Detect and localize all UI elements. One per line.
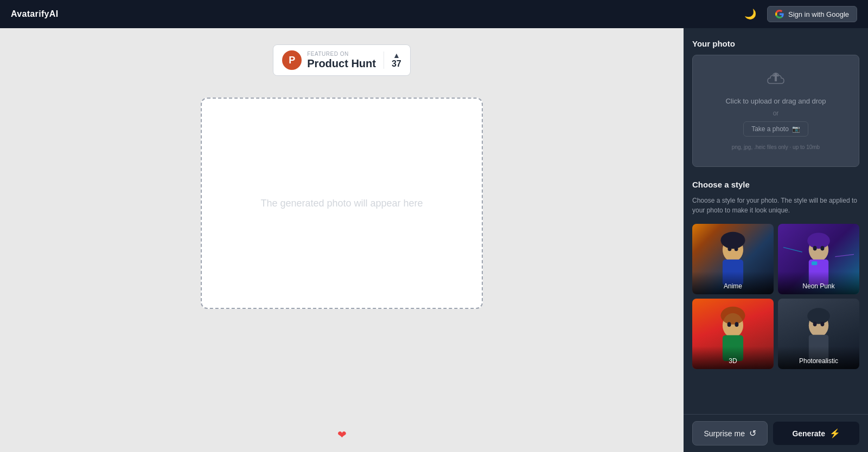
ph-votes: ▲ 37 bbox=[384, 51, 401, 69]
ph-featured-on: FEATURED ON bbox=[307, 51, 376, 57]
ph-arrow-icon: ▲ bbox=[393, 51, 400, 59]
style-item-neon-punk[interactable]: Neon Punk bbox=[778, 224, 859, 294]
svg-line-11 bbox=[783, 247, 802, 252]
generate-icon: ⚡ bbox=[829, 428, 840, 438]
preview-area: The generated photo will appear here bbox=[201, 98, 483, 309]
google-signin-button[interactable]: Sign in with Google bbox=[767, 6, 857, 22]
svg-point-17 bbox=[735, 322, 738, 327]
take-photo-label: Take a photo bbox=[751, 125, 789, 133]
sidebar-scrollable: Your photo Click to upload or drag and d… bbox=[684, 28, 868, 414]
svg-point-9 bbox=[813, 246, 817, 251]
your-photo-title: Your photo bbox=[692, 39, 859, 48]
style-item-3d[interactable]: 3D bbox=[692, 299, 774, 369]
heart-icon: ❤ bbox=[337, 428, 347, 441]
style-item-photorealistic[interactable]: Photorealistic bbox=[778, 299, 859, 369]
style-anime-label: Anime bbox=[692, 272, 774, 294]
surprise-me-label: Surprise me bbox=[704, 429, 744, 438]
svg-point-20 bbox=[807, 308, 830, 324]
svg-point-7 bbox=[807, 233, 830, 248]
svg-point-21 bbox=[813, 321, 817, 326]
style-neon-punk-label: Neon Punk bbox=[778, 272, 859, 294]
center-content: P FEATURED ON Product Hunt ▲ 37 The gene… bbox=[0, 28, 684, 452]
style-photorealistic-label: Photorealistic bbox=[778, 346, 859, 369]
svg-point-15 bbox=[720, 307, 745, 325]
main-layout: P FEATURED ON Product Hunt ▲ 37 The gene… bbox=[0, 28, 868, 452]
app-logo: AvatarifyAI bbox=[11, 9, 58, 19]
generate-button[interactable]: Generate ⚡ bbox=[773, 422, 859, 445]
header: AvatarifyAI 🌙 Sign in with Google bbox=[0, 0, 868, 28]
your-photo-section: Your photo Click to upload or drag and d… bbox=[692, 39, 859, 167]
style-3d-label: 3D bbox=[692, 346, 774, 369]
ph-logo-icon: P bbox=[282, 50, 302, 70]
upload-hint: png, jpg, .heic files only · up to 10mb bbox=[732, 144, 820, 150]
upload-or-text: or bbox=[773, 109, 779, 117]
ph-vote-count: 37 bbox=[392, 59, 401, 69]
header-right: 🌙 Sign in with Google bbox=[742, 6, 857, 22]
svg-line-12 bbox=[835, 254, 854, 256]
ph-title: Product Hunt bbox=[307, 57, 376, 70]
generate-label: Generate bbox=[792, 429, 825, 438]
choose-style-section: Choose a style Choose a style for your p… bbox=[692, 180, 859, 369]
google-icon bbox=[775, 10, 784, 18]
svg-point-10 bbox=[820, 246, 824, 251]
svg-point-2 bbox=[720, 232, 745, 249]
choose-style-title: Choose a style bbox=[692, 180, 859, 189]
style-grid: Anime bbox=[692, 224, 859, 369]
svg-point-16 bbox=[727, 322, 731, 327]
product-hunt-badge[interactable]: P FEATURED ON Product Hunt ▲ 37 bbox=[273, 44, 410, 76]
svg-point-3 bbox=[727, 247, 731, 251]
bottom-action-bar: Surprise me ↺ Generate ⚡ bbox=[684, 414, 868, 452]
style-description: Choose a style for your photo. The style… bbox=[692, 196, 859, 215]
surprise-me-button[interactable]: Surprise me ↺ bbox=[692, 421, 768, 445]
svg-point-4 bbox=[735, 247, 738, 251]
upload-cloud-icon bbox=[767, 72, 784, 91]
preview-placeholder-text: The generated photo will appear here bbox=[260, 198, 423, 209]
surprise-icon: ↺ bbox=[749, 428, 756, 438]
signin-label: Sign in with Google bbox=[788, 10, 849, 18]
right-sidebar: Your photo Click to upload or drag and d… bbox=[684, 28, 868, 452]
style-item-anime[interactable]: Anime bbox=[692, 224, 774, 294]
upload-text: Click to upload or drag and drop bbox=[725, 97, 826, 105]
take-photo-button[interactable]: Take a photo 📷 bbox=[743, 121, 808, 137]
dark-mode-toggle[interactable]: 🌙 bbox=[742, 6, 758, 22]
svg-rect-8 bbox=[812, 261, 817, 265]
camera-icon: 📷 bbox=[792, 125, 800, 133]
ph-text: FEATURED ON Product Hunt bbox=[307, 51, 376, 70]
svg-point-22 bbox=[820, 321, 824, 326]
upload-area[interactable]: Click to upload or drag and drop or Take… bbox=[692, 55, 859, 167]
